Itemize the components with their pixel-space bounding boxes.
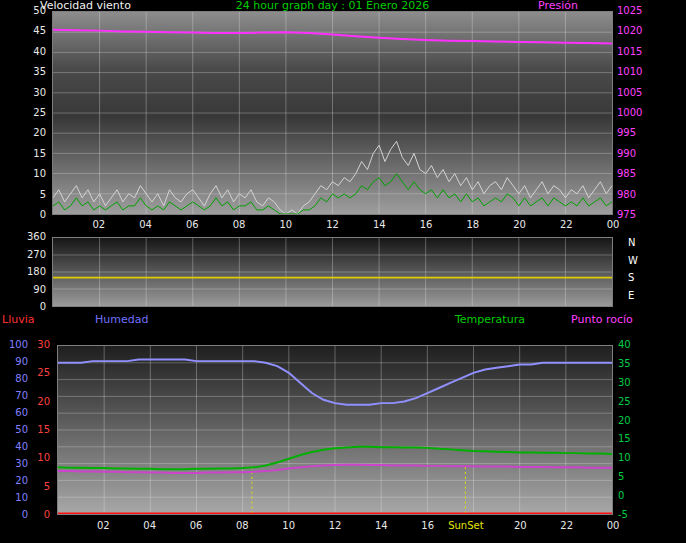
time-tick-label: 00 [607, 219, 620, 230]
axis-tick-label: 1020 [617, 26, 642, 36]
axis-tick-label: 0 [40, 302, 46, 312]
time-tick-label: 04 [143, 520, 156, 531]
wind-speed-y-axis: 50454035302520151050 [0, 11, 48, 215]
axis-tick-label: 1025 [617, 6, 642, 16]
temperature-axis-title: Temperatura [455, 314, 525, 325]
axis-tick-label: 1000 [617, 108, 642, 118]
axis-tick-label: 0 [40, 210, 46, 220]
time-tick-label: 12 [326, 219, 339, 230]
axis-tick-label: 10 [618, 453, 631, 463]
time-tick-label: 10 [279, 219, 292, 230]
axis-tick-label: 15 [37, 425, 50, 435]
axis-tick-label: 25 [37, 368, 50, 378]
axis-tick-label: 35 [618, 359, 631, 369]
pressure-y-axis: 102510201015101010051000995990985980975 [615, 11, 659, 215]
axis-tick-label: 985 [617, 169, 636, 179]
axis-tick-label: 5 [618, 472, 624, 482]
axis-tick-label: 25 [33, 108, 46, 118]
axis-tick-label: N [628, 238, 635, 248]
time-tick-label: 18 [466, 219, 479, 230]
time-tick-label: 06 [190, 520, 203, 531]
axis-tick-label: 975 [617, 210, 636, 220]
time-tick-label: 12 [329, 520, 342, 531]
wind-direction-chart [53, 238, 612, 306]
axis-tick-label: 40 [618, 340, 631, 350]
humidity-axis-title: Humedad [95, 314, 148, 325]
dew-point-axis-title: Punto rocío [571, 314, 633, 325]
axis-tick-label: 1010 [617, 67, 642, 77]
axis-tick-label: E [628, 291, 634, 301]
axis-tick-label: 1015 [617, 47, 642, 57]
time-tick-label: 14 [375, 520, 388, 531]
axis-tick-label: 10 [37, 453, 50, 463]
weather-station-graph-window: Velocidad viento 24 hour graph day : 01 … [0, 0, 686, 543]
axis-tick-label: 100 [9, 340, 28, 350]
axis-tick-label: 0 [44, 510, 50, 520]
axis-tick-label: 30 [618, 378, 631, 388]
rain-y-axis: 302520151050 [30, 345, 52, 515]
axis-tick-label: 990 [617, 149, 636, 159]
time-tick-label: 06 [186, 219, 199, 230]
time-tick-label: 02 [92, 219, 105, 230]
axis-tick-label: 270 [27, 250, 46, 260]
axis-tick-label: 50 [15, 425, 28, 435]
wind-direction-plot [52, 237, 613, 307]
axis-tick-label: 0 [22, 510, 28, 520]
graph-title: 24 hour graph day : 01 Enero 2026 [52, 0, 613, 11]
axis-tick-label: 1005 [617, 88, 642, 98]
axis-tick-label: 90 [15, 357, 28, 367]
axis-tick-label: 40 [33, 47, 46, 57]
axis-tick-label: 10 [15, 493, 28, 503]
humidity-y-axis: 1009080706050403020100 [0, 345, 30, 515]
axis-tick-label: 25 [618, 397, 631, 407]
bottom-time-axis: 0204060810121416SunSet202200 [57, 520, 613, 533]
time-tick-label: 10 [282, 520, 295, 531]
axis-tick-label: 40 [15, 442, 28, 452]
axis-tick-label: 995 [617, 128, 636, 138]
humidity-temperature-plot [57, 345, 613, 515]
axis-tick-label: -5 [618, 510, 628, 520]
time-tick-label: 08 [233, 219, 246, 230]
axis-tick-label: 10 [33, 169, 46, 179]
axis-tick-label: 70 [15, 391, 28, 401]
time-tick-label: 08 [236, 520, 249, 531]
axis-tick-label: 360 [27, 232, 46, 242]
time-tick-label: 04 [139, 219, 152, 230]
top-time-axis: 020406081012141618202200 [52, 219, 613, 232]
axis-tick-label: 20 [15, 476, 28, 486]
axis-tick-label: 15 [33, 149, 46, 159]
axis-tick-label: S [628, 273, 634, 283]
axis-tick-label: 30 [33, 88, 46, 98]
axis-tick-label: 15 [618, 434, 631, 444]
pressure-axis-title: Presión [538, 0, 578, 11]
axis-tick-label: 35 [33, 67, 46, 77]
axis-tick-label: 30 [15, 459, 28, 469]
axis-tick-label: 50 [33, 6, 46, 16]
axis-tick-label: 30 [37, 340, 50, 350]
time-tick-label: 22 [560, 219, 573, 230]
wind-pressure-chart [53, 12, 612, 214]
time-tick-label: 22 [560, 520, 573, 531]
axis-tick-label: W [628, 256, 638, 266]
time-tick-label: 20 [514, 520, 527, 531]
axis-tick-label: 180 [27, 267, 46, 277]
sunset-label: SunSet [448, 520, 483, 531]
axis-tick-label: 0 [618, 491, 624, 501]
wind-pressure-plot [52, 11, 613, 215]
axis-tick-label: 45 [33, 26, 46, 36]
axis-tick-label: 5 [44, 482, 50, 492]
compass-letters-axis: NWSE [626, 243, 646, 313]
time-tick-label: 16 [421, 520, 434, 531]
time-tick-label: 16 [420, 219, 433, 230]
time-tick-label: 00 [607, 520, 620, 531]
axis-tick-label: 80 [15, 374, 28, 384]
time-tick-label: 20 [513, 219, 526, 230]
axis-tick-label: 980 [617, 190, 636, 200]
axis-tick-label: 90 [33, 285, 46, 295]
axis-tick-label: 20 [37, 397, 50, 407]
rain-axis-title: Lluvia [2, 314, 34, 325]
humidity-temperature-chart [58, 346, 612, 514]
axis-tick-label: 20 [33, 128, 46, 138]
time-tick-label: 14 [373, 219, 386, 230]
temperature-y-axis: 4035302520151050-5 [616, 345, 650, 515]
